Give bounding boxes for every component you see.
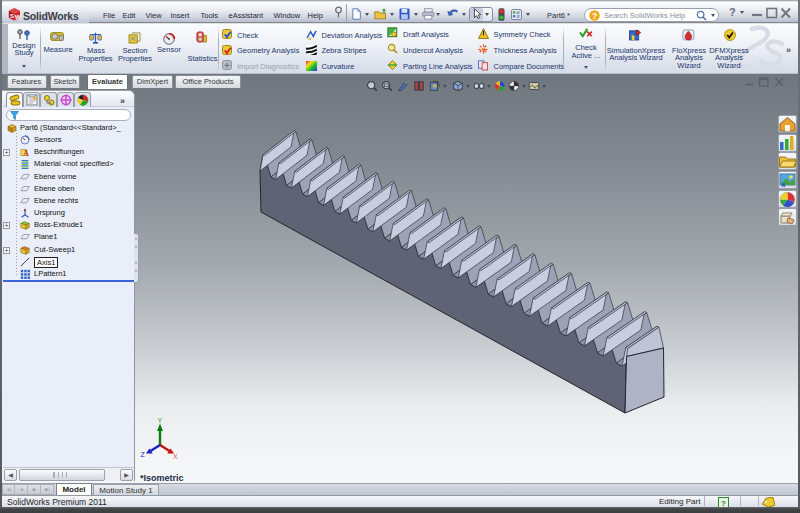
svg-text:S: S xyxy=(10,13,14,19)
svg-text:?: ? xyxy=(592,11,597,21)
svg-text:Z: Z xyxy=(141,451,146,458)
svg-text:X: X xyxy=(173,453,178,460)
svg-text:W: W xyxy=(15,14,21,20)
svg-text:A: A xyxy=(23,149,29,157)
svg-text:Y: Y xyxy=(158,417,163,424)
